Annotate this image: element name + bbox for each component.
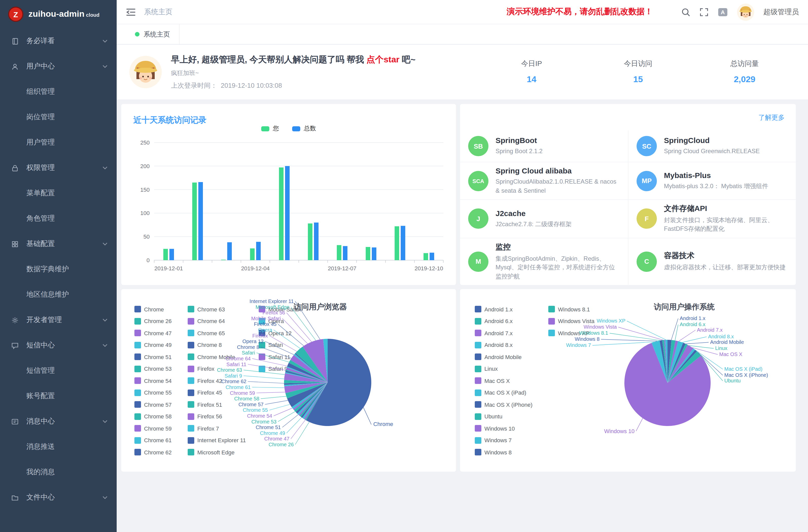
chevron-down-icon	[103, 242, 108, 245]
feature-title: 监控	[496, 242, 621, 252]
sidebar-subitem[interactable]: 消息推送	[0, 434, 117, 459]
stat-value: 14	[516, 75, 547, 85]
svg-text:Chrome 51: Chrome 51	[256, 424, 281, 430]
search-icon[interactable]	[681, 7, 690, 17]
feature-title: SpringCloud	[664, 136, 760, 145]
main-area: 系统主页 演示环境维护不易，请勿乱删乱改数据！ A 超级管理员	[117, 0, 808, 532]
sidebar-collapse-button[interactable]	[126, 7, 136, 17]
cards-row-1: 近十天系统访问记录 您总数 0501001502002502019-12-012…	[121, 104, 796, 285]
sidebar-subitem[interactable]: 角色管理	[0, 206, 117, 231]
sidebar-subitem[interactable]: 地区信息维护	[0, 282, 117, 307]
chat-icon	[11, 342, 20, 349]
svg-text:Android Mobile: Android Mobile	[710, 339, 744, 345]
sidebar-subitem[interactable]: 我的消息	[0, 459, 117, 485]
tab-active-dot	[135, 32, 140, 37]
svg-text:100: 100	[140, 210, 150, 216]
sidebar-item-4[interactable]: 开发者管理	[0, 307, 117, 333]
svg-text:Mac OS X (iPhone): Mac OS X (iPhone)	[724, 372, 768, 378]
feature-title: 文件存储API	[664, 204, 789, 214]
svg-text:Chrome 58: Chrome 58	[234, 396, 259, 401]
feature-item-1: SCSpringCloudSpring Cloud Greenwich.RELE…	[628, 130, 796, 162]
user-avatar[interactable]	[737, 3, 754, 20]
sidebar-subitem[interactable]: 用户管理	[0, 130, 117, 155]
stat-value: 2,029	[729, 75, 760, 85]
page-content: 早上好, 超级管理员, 今天帮别人解决问题了吗 帮我 点个star 吧~ 疯狂加…	[117, 44, 808, 532]
feature-desc: 封装文件接口，实现本地存储、阿里云、FastDFS存储的配置化	[664, 216, 789, 234]
svg-text:2019-12-01: 2019-12-01	[154, 265, 183, 272]
sidebar-item-6[interactable]: 消息中心	[0, 409, 117, 434]
feature-avatar: F	[637, 209, 657, 229]
fullscreen-icon[interactable]	[699, 7, 709, 17]
sidebar-subitem[interactable]: 短信管理	[0, 358, 117, 383]
sidebar-item-0[interactable]: 务必详看	[0, 29, 117, 54]
sidebar-item-1[interactable]: 用户中心	[0, 54, 117, 79]
svg-text:2019-12-04: 2019-12-04	[241, 265, 270, 272]
logo-letter: Z	[14, 10, 18, 19]
sidebar: Z zuihou-admincloud 务必详看用户中心组织管理岗位管理用户管理…	[0, 0, 117, 532]
app-title: zuihou-admincloud	[29, 9, 99, 19]
browser-pie-chart: Internet Explorer 11Microsoft EdgeFirefo…	[121, 289, 456, 472]
gear-icon	[11, 316, 20, 324]
svg-text:Windows 8: Windows 8	[575, 336, 600, 342]
sidebar-item-label: 消息中心	[26, 417, 103, 426]
feature-item-6: M监控集成SpringBootAdmin、Zipkin、Redis、Mysql、…	[460, 238, 628, 285]
sidebar-subitem[interactable]: 数据字典维护	[0, 257, 117, 282]
svg-text:Windows Vista: Windows Vista	[584, 324, 617, 330]
svg-text:Linux: Linux	[715, 345, 727, 351]
sidebar-item-7[interactable]: 文件中心	[0, 485, 117, 510]
chevron-down-icon	[103, 496, 108, 499]
feature-item-7: C容器技术虚拟化容器技术，让迁移、部署更加方便快捷	[628, 238, 796, 285]
avatar	[129, 56, 162, 88]
features-grid: SBSpringBootSpring Boot 2.1.2SCSpringClo…	[460, 130, 796, 285]
sidebar-subitem-label: 短信管理	[26, 366, 55, 375]
sidebar-item-3[interactable]: 基础配置	[0, 231, 117, 257]
feature-title: Mybatis-Plus	[664, 171, 768, 180]
feature-desc: 虚拟化容器技术，让迁移、部署更加方便快捷	[664, 263, 786, 272]
font-size-icon[interactable]: A	[718, 7, 728, 17]
welcome-texts: 早上好, 超级管理员, 今天帮别人解决问题了吗 帮我 点个star 吧~ 疯狂加…	[171, 54, 416, 90]
feature-title: SpringBoot	[496, 136, 543, 145]
svg-text:Chrome 55: Chrome 55	[243, 407, 268, 413]
feature-desc: Mybatis-plus 3.2.0： Mybatis 增强组件	[664, 182, 768, 191]
svg-text:Chrome 26: Chrome 26	[269, 442, 294, 447]
sidebar-item-label: 用户中心	[26, 62, 103, 71]
message-icon	[11, 418, 20, 425]
last-login: 上次登录时间： 2019-12-10 10:03:08	[171, 81, 416, 90]
feature-title: 容器技术	[664, 251, 786, 261]
svg-text:2019-12-10: 2019-12-10	[415, 265, 443, 272]
star-link[interactable]: 点个star	[366, 55, 400, 65]
sidebar-subitem-label: 组织管理	[26, 87, 55, 96]
svg-text:Chrome 63: Chrome 63	[217, 367, 242, 373]
sidebar-item-5[interactable]: 短信中心	[0, 333, 117, 358]
svg-text:Chrome 53: Chrome 53	[251, 419, 276, 424]
svg-text:Windows 7: Windows 7	[566, 342, 591, 348]
svg-text:2019-12-07: 2019-12-07	[328, 265, 356, 272]
feature-desc: J2cache2.7.8: 二级缓存框架	[496, 220, 572, 229]
learn-more-link[interactable]: 了解更多	[758, 113, 785, 122]
svg-text:Chrome 57: Chrome 57	[238, 402, 263, 407]
sidebar-subitem[interactable]: 组织管理	[0, 79, 117, 105]
sidebar-item-label: 文件中心	[26, 493, 103, 502]
svg-text:Microsoft Edge: Microsoft Edge	[256, 304, 289, 310]
sidebar-item-2[interactable]: 权限管理	[0, 155, 117, 181]
sidebar-subitem[interactable]: 菜单配置	[0, 181, 117, 206]
svg-text:Chrome 61: Chrome 61	[225, 384, 251, 390]
svg-text:Safari: Safari	[242, 350, 255, 355]
mood-text: 疯狂加班~	[171, 69, 416, 78]
stat-label: 今日IP	[516, 59, 547, 69]
sidebar-subitem-label: 角色管理	[26, 214, 55, 223]
grid-icon	[11, 240, 20, 248]
svg-text:Windows XP: Windows XP	[597, 318, 625, 324]
svg-text:Safari 11: Safari 11	[226, 362, 246, 367]
feature-item-3: MPMybatis-PlusMybatis-plus 3.2.0： Mybati…	[628, 162, 796, 200]
svg-text:Mac OS X (iPad): Mac OS X (iPad)	[724, 366, 763, 372]
svg-text:Android 6.x: Android 6.x	[680, 322, 705, 327]
chevron-down-icon	[103, 65, 108, 68]
sidebar-subitem[interactable]: 账号配置	[0, 383, 117, 409]
chevron-down-icon	[103, 344, 108, 347]
svg-text:A: A	[721, 9, 725, 15]
svg-text:Ubuntu: Ubuntu	[724, 378, 741, 383]
username[interactable]: 超级管理员	[764, 7, 799, 17]
tab-home[interactable]: 系统主页	[126, 24, 180, 44]
sidebar-subitem[interactable]: 岗位管理	[0, 105, 117, 130]
